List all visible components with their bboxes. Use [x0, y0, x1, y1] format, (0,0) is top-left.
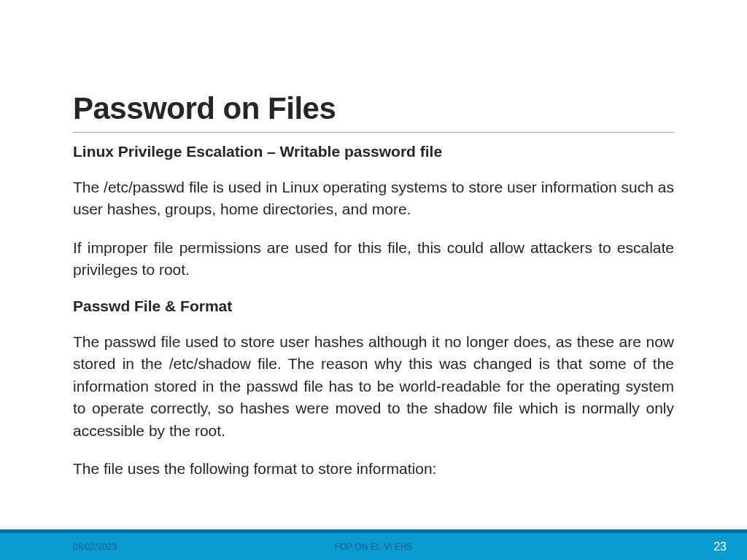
paragraph-intro: The /etc/passwd file is used in Linux op… — [73, 176, 674, 221]
slide-content: Password on Files Linux Privilege Escala… — [73, 91, 674, 496]
subheading-privilege-escalation: Linux Privilege Escalation – Writable pa… — [73, 143, 674, 160]
paragraph-format-lead: The file uses the following format to st… — [73, 458, 674, 480]
footer-page-number: 23 — [713, 540, 727, 553]
slide: Password on Files Linux Privilege Escala… — [0, 0, 747, 560]
title-divider — [73, 132, 674, 133]
subheading-passwd-format: Passwd File & Format — [73, 298, 674, 315]
slide-footer: 08/02/2023 FOP ON EL-VI EHS 23 — [0, 529, 747, 560]
paragraph-risk: If improper file permissions are used fo… — [73, 237, 674, 281]
footer-center-text: FOP ON EL-VI EHS — [0, 542, 747, 552]
slide-title: Password on Files — [73, 91, 674, 126]
paragraph-passwd-explain: The passwd file used to store user hashe… — [73, 331, 674, 442]
